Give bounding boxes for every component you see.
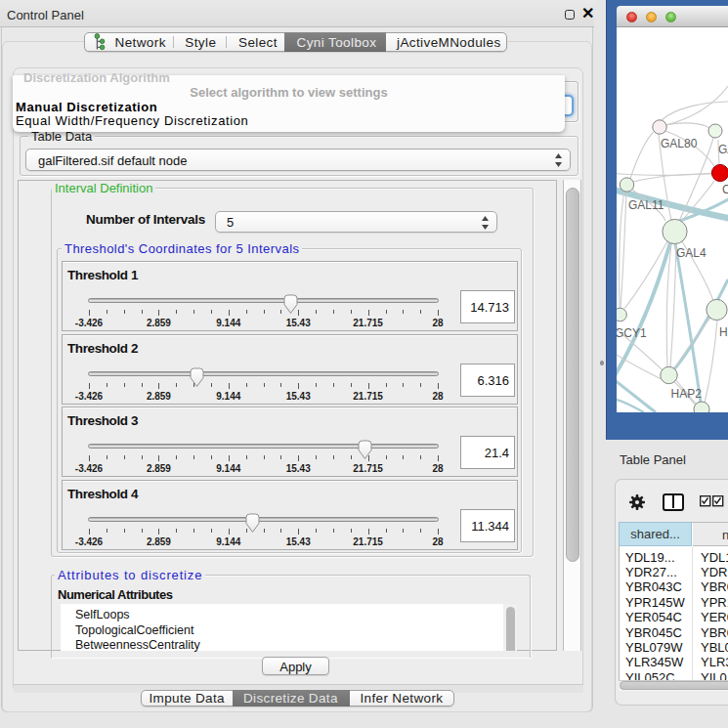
svg-text:GA: GA <box>718 143 728 156</box>
svg-text:GAL4: GAL4 <box>676 246 707 260</box>
svg-text:GCY1: GCY1 <box>617 326 647 340</box>
svg-text:GAL11: GAL11 <box>628 198 664 212</box>
svg-text:H: H <box>719 325 728 339</box>
svg-text:GAL80: GAL80 <box>661 137 698 150</box>
svg-text:C: C <box>722 183 728 196</box>
svg-text:HAP2: HAP2 <box>671 387 703 401</box>
